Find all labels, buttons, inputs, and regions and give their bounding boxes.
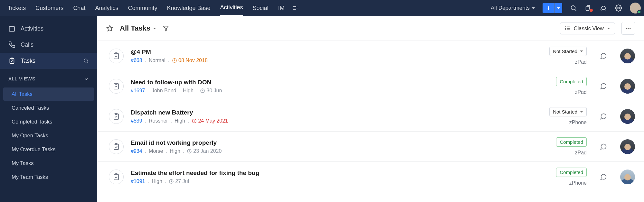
user-avatar[interactable] [630, 3, 641, 14]
nav-tab-social[interactable]: Social [253, 0, 269, 16]
add-button[interactable] [543, 3, 554, 13]
search-icon[interactable] [83, 58, 89, 64]
comment-icon[interactable] [594, 52, 613, 60]
assignee-avatar[interactable] [620, 170, 635, 184]
task-meta: High [170, 148, 180, 154]
settings-icon[interactable] [615, 5, 622, 12]
nav-tab-tickets[interactable]: Tickets [8, 0, 26, 16]
view-item-all-tasks[interactable]: All Tasks [3, 87, 94, 101]
task-title: @4 PM [131, 49, 531, 56]
chevron-down-icon [532, 7, 535, 9]
favorite-star-icon[interactable] [106, 25, 113, 32]
notification-badge [589, 8, 593, 12]
due-date: 30 Jun [200, 88, 222, 94]
due-date: 24 May 2021 [192, 118, 228, 124]
sidebar-section-all-views[interactable]: ALL VIEWS [8, 76, 89, 82]
status-badge-completed: Completed [556, 77, 587, 86]
task-row[interactable]: @4 PM#668 .Normal . 08 Nov 2018Not Start… [97, 41, 644, 71]
comment-icon[interactable] [594, 143, 613, 150]
task-type-icon [109, 79, 124, 94]
nav-tab-im[interactable]: IM [278, 0, 285, 16]
due-date: 27 Jul [169, 179, 189, 184]
svg-line-6 [575, 9, 576, 11]
view-mode-selector[interactable]: Classic View [560, 23, 615, 34]
task-id-link[interactable]: #1697 [131, 88, 145, 94]
notifications-icon[interactable] [585, 5, 592, 12]
task-title: Dispatch new Battery [131, 109, 531, 116]
task-type-icon [109, 49, 124, 63]
main-content: All Tasks Classic View @4 PM#668 .Normal… [97, 16, 644, 202]
assignee-avatar[interactable] [620, 79, 635, 94]
sidebar-item-label: Calls [21, 41, 33, 48]
sidebar-item-activities[interactable]: Activities [0, 21, 97, 37]
sidebar-item-label: Tasks [21, 58, 35, 64]
task-id-link[interactable]: #934 [131, 148, 142, 154]
comment-icon[interactable] [594, 113, 613, 120]
task-title: Email id not working properly [131, 139, 531, 146]
status-badge-completed: Completed [556, 137, 587, 147]
task-meta: Rossner [149, 118, 168, 124]
task-row[interactable]: Estimate the effort needed for fixing th… [97, 162, 644, 192]
nav-overflow-icon[interactable] [292, 5, 299, 11]
task-row[interactable]: Dispatch new Battery#539 .Rossner .High … [97, 101, 644, 132]
comment-icon[interactable] [594, 83, 613, 90]
nav-tab-community[interactable]: Community [128, 0, 157, 16]
search-icon[interactable] [570, 5, 577, 12]
view-title-dropdown[interactable]: All Tasks [120, 24, 156, 32]
task-meta: High [152, 179, 162, 184]
svg-point-25 [626, 28, 627, 29]
phone-icon [8, 41, 15, 48]
svg-marker-18 [163, 26, 168, 31]
svg-point-23 [565, 28, 566, 29]
add-button-group [543, 3, 562, 13]
view-title-label: All Tasks [120, 24, 150, 32]
task-category: zPhone [569, 120, 587, 125]
task-row[interactable]: Need to follow-up with DON#1697 .John Bo… [97, 71, 644, 101]
presence-indicator [637, 10, 641, 14]
gamification-icon[interactable] [600, 4, 607, 12]
task-meta: John Bond [152, 88, 176, 94]
task-title: Need to follow-up with DON [131, 79, 531, 86]
status-dropdown[interactable]: Not Started [549, 107, 587, 116]
sidebar-item-label: Activities [21, 25, 43, 32]
task-list: @4 PM#668 .Normal . 08 Nov 2018Not Start… [97, 41, 644, 192]
assignee-avatar[interactable] [620, 139, 635, 154]
assignee-avatar[interactable] [620, 49, 635, 63]
view-item-my-tasks[interactable]: My Tasks [3, 157, 94, 170]
svg-point-26 [628, 28, 629, 29]
nav-tab-chat[interactable]: Chat [73, 0, 85, 16]
view-item-canceled-tasks[interactable]: Canceled Tasks [3, 101, 94, 115]
department-label: All Departments [491, 5, 530, 11]
view-item-my-overdue-tasks[interactable]: My Overdue Tasks [3, 143, 94, 156]
sidebar-item-tasks[interactable]: Tasks [0, 53, 97, 69]
add-button-dropdown[interactable] [554, 3, 562, 13]
nav-tab-knowledge-base[interactable]: Knowledge Base [167, 0, 210, 16]
task-id-link[interactable]: #1091 [131, 179, 145, 184]
chevron-down-icon [607, 28, 610, 29]
view-item-my-team-tasks[interactable]: My Team Tasks [3, 170, 94, 184]
sidebar-item-calls[interactable]: Calls [0, 37, 97, 53]
view-item-completed-tasks[interactable]: Completed Tasks [3, 115, 94, 128]
more-actions-button[interactable] [621, 22, 635, 35]
status-dropdown[interactable]: Not Started [549, 47, 587, 56]
task-id-link[interactable]: #668 [131, 58, 142, 63]
sidebar: ActivitiesCallsTasks ALL VIEWS All Tasks… [0, 16, 97, 202]
svg-marker-17 [107, 25, 113, 31]
nav-tab-customers[interactable]: Customers [35, 0, 63, 16]
nav-tab-analytics[interactable]: Analytics [95, 0, 118, 16]
assignee-avatar[interactable] [620, 109, 635, 124]
filter-icon[interactable] [163, 25, 169, 32]
due-date: 23 Jan 2020 [187, 148, 222, 154]
chevron-down-icon [84, 77, 89, 82]
nav-tab-activities[interactable]: Activities [220, 0, 243, 16]
task-id-link[interactable]: #539 [131, 118, 142, 124]
svg-point-22 [565, 27, 566, 27]
nav-tabs: TicketsCustomersChatAnalyticsCommunityKn… [8, 0, 285, 16]
task-type-icon [109, 170, 124, 184]
comment-icon[interactable] [594, 173, 613, 180]
list-icon [565, 25, 571, 31]
department-selector[interactable]: All Departments [491, 5, 535, 11]
task-row[interactable]: Email id not working properly#934 .Morse… [97, 132, 644, 162]
view-item-my-open-tasks[interactable]: My Open Tasks [3, 129, 94, 142]
svg-rect-7 [586, 6, 590, 11]
